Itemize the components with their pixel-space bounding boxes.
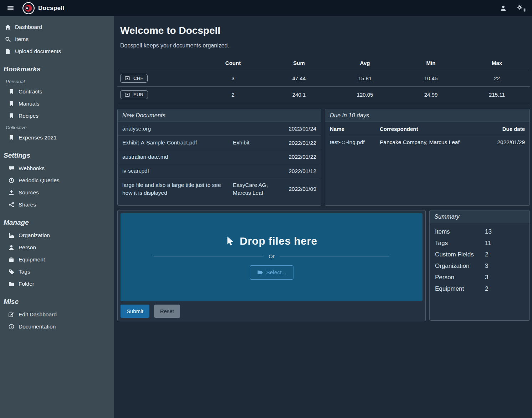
sidebar-item-label: Manuals xyxy=(19,101,40,107)
due-panel: Due in 10 days Name Correspondent Due da… xyxy=(325,109,530,206)
list-item: Equipment 2 xyxy=(430,283,529,295)
document-link[interactable]: large file and also a large title just t… xyxy=(122,181,229,197)
list-item: large file and also a large title just t… xyxy=(118,178,321,200)
bottom-row: Drop files here Or Select... xyxy=(117,210,530,321)
new-documents-list: analyse.org 2022/01/24 Exhibit-A-Sample-… xyxy=(118,122,321,200)
summary-label: Tags xyxy=(435,240,485,247)
summary-value: 3 xyxy=(485,274,488,281)
sidebar-item-periodic-queries[interactable]: Periodic Queries xyxy=(0,174,114,187)
list-item: iv-scan.pdf 2022/01/12 xyxy=(118,164,321,178)
currency-label: CHF xyxy=(133,76,143,81)
sidebar-item-dashboard[interactable]: Dashboard xyxy=(0,21,114,33)
new-documents-title: New Documents xyxy=(118,109,321,122)
summary-title: Summary xyxy=(430,210,530,223)
sidebar-item-recipes[interactable]: Recipes xyxy=(0,110,114,122)
stat-avg: 120.05 xyxy=(332,87,398,103)
list-item: analyse.org 2022/01/24 xyxy=(118,122,321,136)
select-files-label: Select... xyxy=(266,269,286,276)
sidebar-item-equipment[interactable]: Equipment xyxy=(0,254,114,266)
due-header-row: Name Correspondent Due date xyxy=(330,123,525,135)
stats-table: Count Sum Avg Min Max CHF 3 47.44 15.81 … xyxy=(117,56,530,103)
briefcase-icon xyxy=(9,257,14,262)
sidebar-item-shares[interactable]: Shares xyxy=(0,199,114,211)
user-icon xyxy=(9,245,14,250)
sidebar-item-contracts[interactable]: Contracts xyxy=(0,86,114,98)
stat-count: 3 xyxy=(200,70,266,87)
question-circle-icon xyxy=(9,324,14,330)
list-item: Exhibit-A-Sample-Contract.pdf Exhibit 20… xyxy=(118,136,321,149)
sidebar-item-documentation[interactable]: Documentation xyxy=(0,321,114,333)
file-dropzone[interactable]: Drop files here Or Select... xyxy=(121,213,423,301)
bookmark-icon xyxy=(9,113,14,119)
document-meta: EasyCare AG, Marcus Leaf xyxy=(233,181,278,197)
select-files-button[interactable]: Select... xyxy=(250,265,293,280)
due-header-due-date: Due date xyxy=(485,123,525,135)
due-panel-title: Due in 10 days xyxy=(325,109,530,122)
sidebar-item-folder[interactable]: Folder xyxy=(0,278,114,290)
currency-label: EUR xyxy=(133,92,144,97)
sidebar-item-label: Sources xyxy=(19,189,39,196)
sidebar-item-organization[interactable]: Organization xyxy=(0,229,114,241)
sidebar-item-edit-dashboard[interactable]: Edit Dashboard xyxy=(0,309,114,321)
layout: Dashboard Items Upload documents Bookmar… xyxy=(0,16,532,418)
stat-min: 10.45 xyxy=(398,70,464,87)
reset-button[interactable]: Reset xyxy=(154,305,180,318)
dropzone-label: Drop files here xyxy=(240,235,317,247)
menu-icon[interactable] xyxy=(6,3,15,13)
due-date: 2022/01/29 xyxy=(485,135,525,150)
summary-value: 2 xyxy=(485,251,488,258)
sidebar-item-label: Equipment xyxy=(19,256,45,263)
document-link[interactable]: test-☺-ing.pdf xyxy=(330,135,380,150)
home-icon xyxy=(5,24,11,30)
document-date: 2022/01/22 xyxy=(282,154,316,160)
sidebar-item-expenses-2021[interactable]: Expenses 2021 xyxy=(0,132,114,144)
app-title: Docspell xyxy=(38,5,64,12)
money-bill-icon xyxy=(124,76,130,81)
bookmarks-group-collective: Collective xyxy=(0,122,114,132)
stats-header-row: Count Sum Avg Min Max xyxy=(117,56,530,70)
stat-max: 22 xyxy=(464,70,530,87)
comment-icon xyxy=(9,165,14,171)
money-bill-icon xyxy=(124,92,130,97)
sidebar-item-label: Expenses 2021 xyxy=(19,134,57,141)
sidebar-item-webhooks[interactable]: Webhooks xyxy=(0,162,114,174)
sidebar-item-manuals[interactable]: Manuals xyxy=(0,98,114,110)
document-link[interactable]: iv-scan.pdf xyxy=(122,167,229,175)
sidebar-item-label: Edit Dashboard xyxy=(19,311,57,318)
list-item: Custom Fields 2 xyxy=(430,249,529,260)
sidebar-item-label: Dashboard xyxy=(15,24,42,30)
list-item: Items 13 xyxy=(430,226,529,238)
stat-count: 2 xyxy=(200,87,266,103)
document-link[interactable]: Exhibit-A-Sample-Contract.pdf xyxy=(122,139,229,147)
page-title: Welcome to Docspell xyxy=(120,25,530,36)
bookmarks-header: Bookmarks xyxy=(0,57,114,76)
misc-header: Misc xyxy=(0,290,114,309)
submit-button[interactable]: Submit xyxy=(121,305,149,318)
sidebar: Dashboard Items Upload documents Bookmar… xyxy=(0,16,114,418)
sidebar-item-person[interactable]: Person xyxy=(0,241,114,254)
document-date: 2022/01/24 xyxy=(282,126,316,132)
bookmark-icon xyxy=(9,135,14,141)
sidebar-item-items[interactable]: Items xyxy=(0,33,114,45)
due-header-correspondent: Correspondent xyxy=(380,123,485,135)
document-link[interactable]: australian-date.md xyxy=(122,153,229,161)
currency-badge-eur[interactable]: EUR xyxy=(120,90,148,99)
summary-label: Person xyxy=(435,274,485,281)
file-upload-icon xyxy=(5,49,11,54)
or-label: Or xyxy=(268,253,275,259)
stat-min: 24.99 xyxy=(398,87,464,103)
summary-panel: Summary Items 13 Tags 11 Custom Fields 2 xyxy=(429,210,530,321)
settings-gears-icon[interactable] xyxy=(517,5,526,12)
stats-header-avg: Avg xyxy=(332,56,398,70)
sidebar-item-tags[interactable]: Tags xyxy=(0,266,114,278)
divider-line xyxy=(280,256,389,256)
sidebar-item-sources[interactable]: Sources xyxy=(0,187,114,199)
currency-badge-chf[interactable]: CHF xyxy=(120,74,148,83)
sidebar-item-label: Organization xyxy=(19,232,50,239)
app-logo[interactable] xyxy=(22,2,35,14)
document-link[interactable]: analyse.org xyxy=(122,125,229,133)
divider-line xyxy=(154,256,264,256)
cursor-icon xyxy=(226,236,234,246)
user-icon[interactable] xyxy=(500,5,506,11)
sidebar-item-upload-documents[interactable]: Upload documents xyxy=(0,45,114,57)
